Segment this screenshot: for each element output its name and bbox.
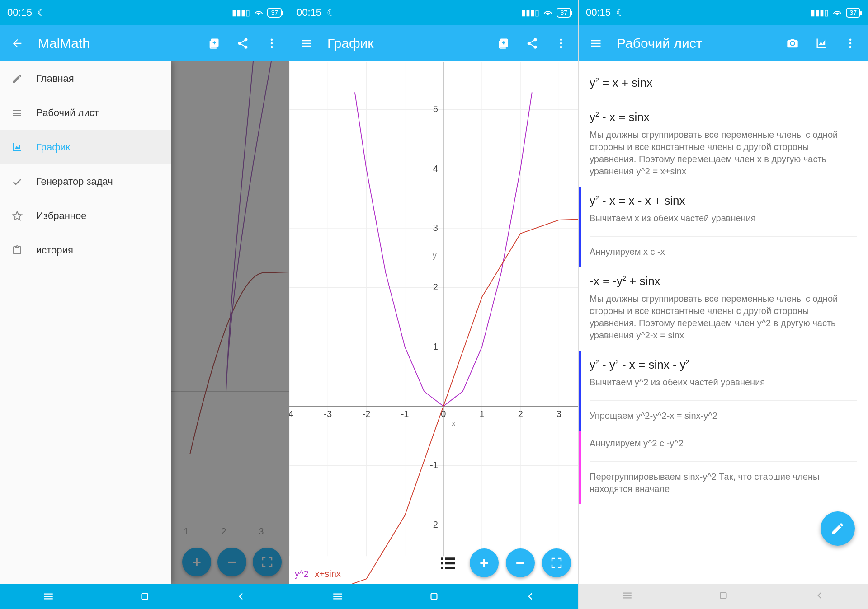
svg-point-2 — [271, 46, 273, 48]
zoom-in-button[interactable]: + — [182, 548, 211, 576]
hamburger-menu-icon[interactable] — [588, 35, 604, 52]
svg-text:5: 5 — [433, 104, 438, 114]
worksheet-content[interactable]: y2 = x + sinx y2 - x = sinx Мы должны сг… — [579, 61, 868, 584]
nav-home-icon[interactable] — [136, 587, 154, 605]
dnd-moon-icon: ☾ — [38, 7, 46, 18]
camera-icon[interactable] — [784, 35, 801, 52]
drawer-label: Избранное — [36, 210, 87, 222]
lines-icon — [11, 107, 24, 119]
legend: y^2 x+sinx — [295, 569, 341, 579]
svg-point-0 — [271, 39, 273, 41]
svg-text:4: 4 — [433, 164, 438, 173]
equation-step[interactable]: y2 - x = sinx — [590, 108, 857, 127]
app-title: MalMath — [38, 36, 193, 51]
svg-text:2: 2 — [518, 409, 523, 419]
equation-step[interactable]: -x = -y2 + sinx — [590, 272, 857, 291]
drawer-item-home[interactable]: Главная — [0, 61, 171, 96]
graph-content[interactable]: -4-3-2-10123-2-112345xy y^2 x+sinx + − — [289, 61, 578, 584]
signal-icon: ▮▮▮▯ — [232, 8, 250, 18]
fullscreen-button[interactable] — [542, 548, 571, 577]
dnd-moon-icon: ☾ — [616, 7, 624, 18]
app-bar: Рабочий лист — [579, 25, 868, 61]
svg-text:2: 2 — [433, 282, 438, 292]
add-page-icon[interactable] — [495, 35, 511, 52]
graph-canvas[interactable]: -4-3-2-10123-2-112345xy — [289, 61, 578, 584]
svg-text:x: x — [452, 419, 456, 428]
status-bar: 00:15 ☾ ▮▮▮▯ 37 — [579, 0, 868, 25]
svg-text:-1: -1 — [401, 409, 409, 419]
status-bar: 00:15 ☾ ▮▮▮▯ 37 — [289, 0, 578, 25]
step-explanation: Вычитаем y^2 из обеих частей уравнения — [590, 375, 857, 393]
dim-axis-labels: 1 2 3 — [184, 526, 264, 537]
pencil-icon — [11, 72, 24, 85]
nav-recents-icon[interactable] — [621, 590, 633, 603]
app-bar: MalMath — [0, 25, 289, 61]
nav-home-icon[interactable] — [425, 587, 443, 605]
add-page-icon[interactable] — [206, 35, 222, 52]
zoom-out-button[interactable]: − — [506, 548, 535, 577]
svg-text:3: 3 — [433, 223, 438, 233]
wifi-icon — [254, 7, 264, 19]
app-bar: График — [289, 25, 578, 61]
signal-icon: ▮▮▮▯ — [811, 8, 829, 18]
chart-icon[interactable] — [813, 35, 830, 52]
zoom-out-button[interactable]: − — [217, 548, 246, 576]
drawer-item-graph[interactable]: График — [0, 130, 171, 164]
step-explanation: Мы должны сгруппировать все переменные ч… — [590, 291, 857, 346]
drawer-item-favorites[interactable]: Избранное — [0, 199, 171, 233]
wifi-icon — [832, 7, 842, 19]
nav-back-icon[interactable] — [814, 590, 826, 603]
content-area: 1 2 3 + − Главная Рабочий лист — [0, 61, 289, 584]
status-time: 00:15 — [297, 7, 321, 19]
svg-point-44 — [849, 39, 852, 41]
nav-drawer: Главная Рабочий лист График Генератор за… — [0, 61, 171, 584]
equation-step[interactable]: y2 - y2 - x = sinx - y2 — [590, 355, 857, 375]
svg-rect-47 — [720, 593, 726, 599]
phone-screen-worksheet: 00:15 ☾ ▮▮▮▯ 37 Рабочий лист y2 = x + — [579, 0, 868, 609]
nav-recents-icon[interactable] — [39, 587, 57, 605]
nav-back-icon[interactable] — [232, 587, 250, 605]
clipboard-icon — [11, 244, 24, 257]
equation-step[interactable]: y2 - x = x - x + sinx — [590, 191, 857, 211]
step-explanation: Аннулируем y^2 с -y^2 — [590, 436, 857, 454]
svg-point-45 — [849, 42, 852, 45]
svg-point-46 — [849, 46, 852, 48]
share-icon[interactable] — [524, 35, 540, 52]
star-icon — [11, 210, 24, 222]
status-time: 00:15 — [7, 7, 32, 19]
check-icon — [11, 175, 24, 188]
svg-text:y: y — [433, 251, 437, 260]
drawer-label: График — [36, 141, 70, 153]
status-bar: 00:15 ☾ ▮▮▮▯ 37 — [0, 0, 289, 25]
wifi-icon — [543, 7, 553, 19]
step-explanation: Упрощаем y^2-y^2-x = sinx-y^2 — [590, 408, 857, 426]
svg-text:-4: -4 — [289, 409, 293, 419]
overflow-menu-icon[interactable] — [264, 35, 280, 52]
svg-point-5 — [560, 39, 562, 41]
android-nav-bar — [579, 584, 868, 609]
svg-text:3: 3 — [557, 409, 561, 419]
overflow-menu-icon[interactable] — [842, 35, 859, 52]
phone-screen-graph: 00:15 ☾ ▮▮▮▯ 37 График -4-3-2-10123-2-11… — [289, 0, 579, 609]
svg-point-6 — [560, 42, 562, 45]
function-list-icon[interactable] — [438, 553, 458, 573]
fullscreen-button[interactable] — [253, 548, 282, 576]
nav-recents-icon[interactable] — [329, 587, 347, 605]
share-icon[interactable] — [235, 35, 251, 52]
nav-back-icon[interactable] — [521, 587, 539, 605]
drawer-item-generator[interactable]: Генератор задач — [0, 164, 171, 199]
battery-icon: 37 — [557, 8, 571, 18]
drawer-item-worksheet[interactable]: Рабочий лист — [0, 96, 171, 130]
equation-step[interactable]: y2 = x + sinx — [590, 73, 857, 93]
hamburger-menu-icon[interactable] — [298, 35, 315, 52]
edit-fab[interactable] — [821, 511, 855, 546]
zoom-in-button[interactable]: + — [470, 548, 499, 577]
drawer-item-history[interactable]: история — [0, 233, 171, 267]
step-explanation: Аннулируем x с -x — [590, 244, 857, 262]
android-nav-bar — [0, 584, 289, 609]
dnd-moon-icon: ☾ — [327, 7, 335, 18]
overflow-menu-icon[interactable] — [553, 35, 569, 52]
back-icon[interactable] — [9, 35, 25, 52]
nav-home-icon[interactable] — [717, 590, 729, 603]
app-title: Рабочий лист — [617, 36, 772, 51]
